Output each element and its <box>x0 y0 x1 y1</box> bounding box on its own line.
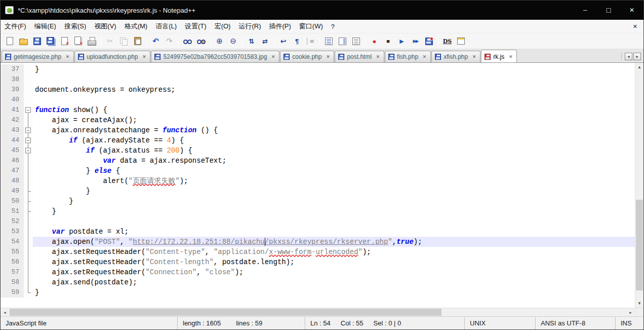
tab-scroll-left-button[interactable]: ◂ <box>625 53 632 60</box>
code-line[interactable]: 53 var postdate = xl; <box>1 227 635 237</box>
code-line[interactable]: 59} <box>1 287 635 298</box>
code-line[interactable]: 46 var data = ajax.responseText; <box>1 156 635 166</box>
line-number[interactable]: 53 <box>1 227 24 237</box>
line-number[interactable]: 41 <box>1 105 24 115</box>
horizontal-scrollbar-thumb[interactable] <box>10 309 441 316</box>
code-line[interactable]: 55 ajax.setRequestHeader("Content-type",… <box>1 247 635 257</box>
show-all-chars-icon[interactable] <box>291 35 303 47</box>
line-number[interactable]: 58 <box>1 277 24 287</box>
document-map-icon[interactable] <box>336 35 349 47</box>
menu-search[interactable]: 搜索(S) <box>60 20 90 33</box>
minimize-button[interactable] <box>574 1 597 20</box>
tab-close-icon[interactable] <box>141 54 147 60</box>
sync-horizontal-icon[interactable] <box>259 35 271 47</box>
code-area[interactable]: 37}3839document.onkeypress = onkeypress;… <box>1 63 635 308</box>
code-line[interactable]: 44− if (ajax.readyState == 4) { <box>1 135 635 145</box>
line-number[interactable]: 45 <box>1 145 24 156</box>
tab-jpg-file[interactable]: 5249975e02ba7962cc5039701583.jpg <box>151 51 279 62</box>
tab-close-icon[interactable] <box>421 54 428 60</box>
code-line[interactable]: 51 } <box>1 206 635 216</box>
tab-close-icon[interactable] <box>471 54 477 60</box>
play-macro-icon[interactable] <box>395 35 408 47</box>
line-number[interactable]: 46 <box>1 156 24 166</box>
tab-getimagesize-php[interactable]: getimagesize.php <box>2 51 74 62</box>
dspellcheck-icon[interactable] <box>441 35 454 47</box>
code-line[interactable]: 52 <box>1 216 635 227</box>
tab-close-icon[interactable] <box>325 54 331 60</box>
document-list-icon[interactable] <box>350 35 363 47</box>
horizontal-scrollbar[interactable] <box>1 308 643 316</box>
save-all-icon[interactable] <box>45 35 57 47</box>
menubar-close-icon[interactable] <box>633 23 637 30</box>
open-file-icon[interactable] <box>17 35 30 47</box>
scroll-up-icon[interactable] <box>635 63 644 71</box>
fold-collapse-icon[interactable]: − <box>24 145 33 156</box>
menu-plugins[interactable]: 插件(P) <box>265 20 295 33</box>
record-macro-icon[interactable] <box>368 35 381 47</box>
tab-xfish-php[interactable]: xfish.php <box>431 51 480 62</box>
line-number[interactable]: 40 <box>1 95 24 105</box>
scroll-down-icon[interactable] <box>635 299 644 308</box>
stop-macro-icon[interactable] <box>382 35 394 47</box>
menu-format[interactable]: 格式(M) <box>120 20 152 33</box>
scroll-left-icon[interactable] <box>1 308 9 316</box>
line-number[interactable]: 37 <box>1 64 24 75</box>
code-line[interactable]: 43− ajax.onreadystatechange = function (… <box>1 125 635 135</box>
menu-macro[interactable]: 宏(O) <box>211 20 235 33</box>
code-line[interactable]: 54 ajax.open("POST", "http://172.22.18.2… <box>1 237 635 247</box>
undo-icon[interactable] <box>149 35 162 47</box>
menu-settings[interactable]: 设置(T) <box>181 20 211 33</box>
code-line[interactable]: 48 alert("页面请求失败"); <box>1 176 635 186</box>
sync-vertical-icon[interactable] <box>245 35 258 47</box>
tab-close-icon[interactable] <box>270 54 276 60</box>
save-icon[interactable] <box>31 35 44 47</box>
code-line[interactable]: 56 ajax.setRequestHeader("Content-length… <box>1 257 635 267</box>
word-wrap-icon[interactable] <box>277 35 290 47</box>
line-number[interactable]: 47 <box>1 166 24 176</box>
menu-language[interactable]: 语言(L) <box>151 20 181 33</box>
copy-icon[interactable] <box>117 35 130 47</box>
fold-collapse-icon[interactable]: − <box>24 105 33 115</box>
line-number[interactable]: 56 <box>1 257 24 267</box>
plugin-window-icon[interactable] <box>455 35 467 47</box>
code-line[interactable]: 40 <box>1 95 635 105</box>
line-number[interactable]: 42 <box>1 115 24 125</box>
line-number[interactable]: 51 <box>1 206 24 216</box>
line-number[interactable]: 49 <box>1 186 24 196</box>
tab-close-icon[interactable] <box>64 54 71 60</box>
code-line[interactable]: 39document.onkeypress = onkeypress; <box>1 85 635 95</box>
line-number[interactable]: 48 <box>1 176 24 186</box>
code-line[interactable]: 38 <box>1 75 635 85</box>
line-number[interactable]: 43 <box>1 125 24 135</box>
code-line[interactable]: 49 } <box>1 186 635 196</box>
paste-icon[interactable] <box>131 35 144 47</box>
menu-file[interactable]: 文件(F) <box>1 20 30 33</box>
indent-guide-icon[interactable] <box>304 35 317 47</box>
zoom-in-icon[interactable] <box>213 35 226 47</box>
menu-help[interactable]: ? <box>327 20 339 33</box>
code-line[interactable]: 57 ajax.setRequestHeader("Connection", "… <box>1 267 635 277</box>
tab-close-icon[interactable] <box>507 53 514 60</box>
line-number[interactable]: 38 <box>1 75 24 85</box>
replace-icon[interactable] <box>195 35 208 47</box>
tab-scroll-right-button[interactable]: ▸ <box>633 53 641 60</box>
line-number[interactable]: 59 <box>1 287 24 298</box>
fold-collapse-icon[interactable]: − <box>24 125 33 135</box>
menu-window[interactable]: 窗口(W) <box>295 20 327 33</box>
line-number[interactable]: 54 <box>1 237 24 247</box>
code-line[interactable]: 42 ajax = createAjax(); <box>1 115 635 125</box>
line-number[interactable]: 52 <box>1 216 24 227</box>
menu-edit[interactable]: 编辑(E) <box>30 20 60 33</box>
tab-close-icon[interactable] <box>375 54 381 60</box>
print-icon[interactable] <box>86 35 98 47</box>
line-number[interactable]: 39 <box>1 85 24 95</box>
code-line[interactable]: 58 ajax.send(postdate); <box>1 277 635 287</box>
fold-collapse-icon[interactable]: − <box>24 135 33 145</box>
notepadpp-icon[interactable] <box>5 6 14 14</box>
redo-icon[interactable] <box>163 35 176 47</box>
find-icon[interactable] <box>181 35 194 47</box>
line-number[interactable]: 50 <box>1 196 24 206</box>
close-all-icon[interactable] <box>72 35 85 47</box>
zoom-out-icon[interactable] <box>227 35 239 47</box>
line-number[interactable]: 55 <box>1 247 24 257</box>
